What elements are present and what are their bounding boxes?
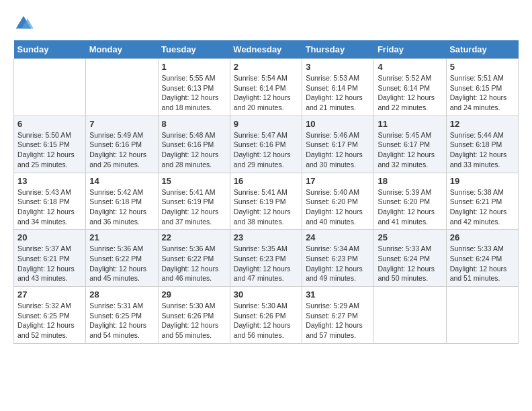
day-info: Sunrise: 5:33 AM Sunset: 6:24 PM Dayligh… xyxy=(450,244,515,283)
day-info: Sunrise: 5:38 AM Sunset: 6:21 PM Dayligh… xyxy=(450,187,515,227)
day-number: 5 xyxy=(450,62,515,72)
calendar-cell xyxy=(374,287,446,344)
day-info: Sunrise: 5:44 AM Sunset: 6:18 PM Dayligh… xyxy=(450,130,515,170)
calendar-week-row: 13Sunrise: 5:43 AM Sunset: 6:18 PM Dayli… xyxy=(14,173,519,230)
day-info: Sunrise: 5:49 AM Sunset: 6:16 PM Dayligh… xyxy=(89,130,154,170)
day-number: 10 xyxy=(306,119,370,129)
day-number: 28 xyxy=(89,289,154,300)
day-number: 12 xyxy=(450,119,515,129)
weekday-header: Thursday xyxy=(302,40,374,59)
weekday-header: Saturday xyxy=(446,40,518,59)
day-info: Sunrise: 5:52 AM Sunset: 6:14 PM Dayligh… xyxy=(378,73,442,113)
calendar-cell: 18Sunrise: 5:39 AM Sunset: 6:20 PM Dayli… xyxy=(374,173,446,230)
weekday-header: Sunday xyxy=(14,40,86,59)
day-info: Sunrise: 5:40 AM Sunset: 6:20 PM Dayligh… xyxy=(306,187,370,227)
calendar-cell: 5Sunrise: 5:51 AM Sunset: 6:15 PM Daylig… xyxy=(446,59,518,116)
calendar-cell: 9Sunrise: 5:47 AM Sunset: 6:16 PM Daylig… xyxy=(230,116,302,173)
calendar-cell: 30Sunrise: 5:30 AM Sunset: 6:26 PM Dayli… xyxy=(230,287,302,344)
calendar-cell: 13Sunrise: 5:43 AM Sunset: 6:18 PM Dayli… xyxy=(14,173,86,230)
day-number: 23 xyxy=(234,232,298,242)
day-number: 20 xyxy=(17,232,82,242)
calendar-cell: 24Sunrise: 5:34 AM Sunset: 6:23 PM Dayli… xyxy=(302,230,374,287)
day-info: Sunrise: 5:51 AM Sunset: 6:15 PM Dayligh… xyxy=(450,73,515,113)
calendar-cell: 16Sunrise: 5:41 AM Sunset: 6:19 PM Dayli… xyxy=(230,173,302,230)
calendar-week-row: 1Sunrise: 5:55 AM Sunset: 6:13 PM Daylig… xyxy=(14,59,519,116)
day-info: Sunrise: 5:39 AM Sunset: 6:20 PM Dayligh… xyxy=(378,187,442,227)
day-number: 21 xyxy=(89,232,154,242)
day-number: 25 xyxy=(378,232,442,242)
calendar-cell: 3Sunrise: 5:53 AM Sunset: 6:14 PM Daylig… xyxy=(302,59,374,116)
logo xyxy=(13,13,36,34)
calendar-week-row: 27Sunrise: 5:32 AM Sunset: 6:25 PM Dayli… xyxy=(14,287,519,344)
day-info: Sunrise: 5:50 AM Sunset: 6:15 PM Dayligh… xyxy=(17,130,82,170)
calendar-cell: 20Sunrise: 5:37 AM Sunset: 6:21 PM Dayli… xyxy=(14,230,86,287)
weekday-header-row: SundayMondayTuesdayWednesdayThursdayFrid… xyxy=(14,40,519,59)
calendar-cell: 12Sunrise: 5:44 AM Sunset: 6:18 PM Dayli… xyxy=(446,116,518,173)
day-info: Sunrise: 5:42 AM Sunset: 6:18 PM Dayligh… xyxy=(89,187,154,227)
day-number: 4 xyxy=(378,62,442,72)
day-number: 18 xyxy=(378,176,442,186)
page-header xyxy=(13,13,519,34)
day-info: Sunrise: 5:37 AM Sunset: 6:21 PM Dayligh… xyxy=(17,244,82,283)
calendar-week-row: 20Sunrise: 5:37 AM Sunset: 6:21 PM Dayli… xyxy=(14,230,519,287)
calendar-cell: 7Sunrise: 5:49 AM Sunset: 6:16 PM Daylig… xyxy=(86,116,158,173)
weekday-header: Tuesday xyxy=(158,40,230,59)
day-info: Sunrise: 5:36 AM Sunset: 6:22 PM Dayligh… xyxy=(89,244,154,283)
day-number: 31 xyxy=(306,289,370,300)
weekday-header: Monday xyxy=(86,40,158,59)
calendar-week-row: 6Sunrise: 5:50 AM Sunset: 6:15 PM Daylig… xyxy=(14,116,519,173)
calendar-cell: 23Sunrise: 5:35 AM Sunset: 6:23 PM Dayli… xyxy=(230,230,302,287)
calendar-cell: 2Sunrise: 5:54 AM Sunset: 6:14 PM Daylig… xyxy=(230,59,302,116)
calendar-cell: 19Sunrise: 5:38 AM Sunset: 6:21 PM Dayli… xyxy=(446,173,518,230)
calendar-cell: 25Sunrise: 5:33 AM Sunset: 6:24 PM Dayli… xyxy=(374,230,446,287)
day-number: 6 xyxy=(17,119,82,129)
day-info: Sunrise: 5:54 AM Sunset: 6:14 PM Dayligh… xyxy=(234,73,298,113)
day-number: 29 xyxy=(162,289,226,300)
calendar-cell: 14Sunrise: 5:42 AM Sunset: 6:18 PM Dayli… xyxy=(86,173,158,230)
day-number: 14 xyxy=(89,176,154,186)
day-info: Sunrise: 5:32 AM Sunset: 6:25 PM Dayligh… xyxy=(17,301,82,340)
day-number: 27 xyxy=(17,289,82,300)
day-info: Sunrise: 5:48 AM Sunset: 6:16 PM Dayligh… xyxy=(162,130,226,170)
calendar-cell: 6Sunrise: 5:50 AM Sunset: 6:15 PM Daylig… xyxy=(14,116,86,173)
day-info: Sunrise: 5:35 AM Sunset: 6:23 PM Dayligh… xyxy=(234,244,298,283)
day-info: Sunrise: 5:29 AM Sunset: 6:27 PM Dayligh… xyxy=(306,301,370,340)
day-info: Sunrise: 5:43 AM Sunset: 6:18 PM Dayligh… xyxy=(17,187,82,227)
day-number: 22 xyxy=(162,232,226,242)
calendar-cell: 17Sunrise: 5:40 AM Sunset: 6:20 PM Dayli… xyxy=(302,173,374,230)
day-number: 30 xyxy=(234,289,298,300)
calendar-cell xyxy=(86,59,158,116)
day-info: Sunrise: 5:36 AM Sunset: 6:22 PM Dayligh… xyxy=(162,244,226,283)
calendar-cell xyxy=(14,59,86,116)
day-number: 26 xyxy=(450,232,515,242)
day-info: Sunrise: 5:33 AM Sunset: 6:24 PM Dayligh… xyxy=(378,244,442,283)
day-number: 11 xyxy=(378,119,442,129)
day-info: Sunrise: 5:46 AM Sunset: 6:17 PM Dayligh… xyxy=(306,130,370,170)
day-info: Sunrise: 5:45 AM Sunset: 6:17 PM Dayligh… xyxy=(378,130,442,170)
day-number: 19 xyxy=(450,176,515,186)
day-number: 3 xyxy=(306,62,370,72)
day-number: 9 xyxy=(234,119,298,129)
day-number: 8 xyxy=(162,119,226,129)
day-info: Sunrise: 5:55 AM Sunset: 6:13 PM Dayligh… xyxy=(162,73,226,113)
calendar-cell: 11Sunrise: 5:45 AM Sunset: 6:17 PM Dayli… xyxy=(374,116,446,173)
day-number: 15 xyxy=(162,176,226,186)
day-info: Sunrise: 5:41 AM Sunset: 6:19 PM Dayligh… xyxy=(162,187,226,227)
day-info: Sunrise: 5:30 AM Sunset: 6:26 PM Dayligh… xyxy=(234,301,298,340)
calendar-cell: 21Sunrise: 5:36 AM Sunset: 6:22 PM Dayli… xyxy=(86,230,158,287)
day-info: Sunrise: 5:41 AM Sunset: 6:19 PM Dayligh… xyxy=(234,187,298,227)
day-number: 17 xyxy=(306,176,370,186)
day-info: Sunrise: 5:31 AM Sunset: 6:25 PM Dayligh… xyxy=(89,301,154,340)
weekday-header: Friday xyxy=(374,40,446,59)
calendar-cell: 31Sunrise: 5:29 AM Sunset: 6:27 PM Dayli… xyxy=(302,287,374,344)
calendar-cell: 8Sunrise: 5:48 AM Sunset: 6:16 PM Daylig… xyxy=(158,116,230,173)
day-number: 16 xyxy=(234,176,298,186)
day-info: Sunrise: 5:47 AM Sunset: 6:16 PM Dayligh… xyxy=(234,130,298,170)
calendar-cell: 10Sunrise: 5:46 AM Sunset: 6:17 PM Dayli… xyxy=(302,116,374,173)
weekday-header: Wednesday xyxy=(230,40,302,59)
day-info: Sunrise: 5:34 AM Sunset: 6:23 PM Dayligh… xyxy=(306,244,370,283)
day-number: 7 xyxy=(89,119,154,129)
day-info: Sunrise: 5:30 AM Sunset: 6:26 PM Dayligh… xyxy=(162,301,226,340)
calendar-cell: 4Sunrise: 5:52 AM Sunset: 6:14 PM Daylig… xyxy=(374,59,446,116)
day-number: 2 xyxy=(234,62,298,72)
